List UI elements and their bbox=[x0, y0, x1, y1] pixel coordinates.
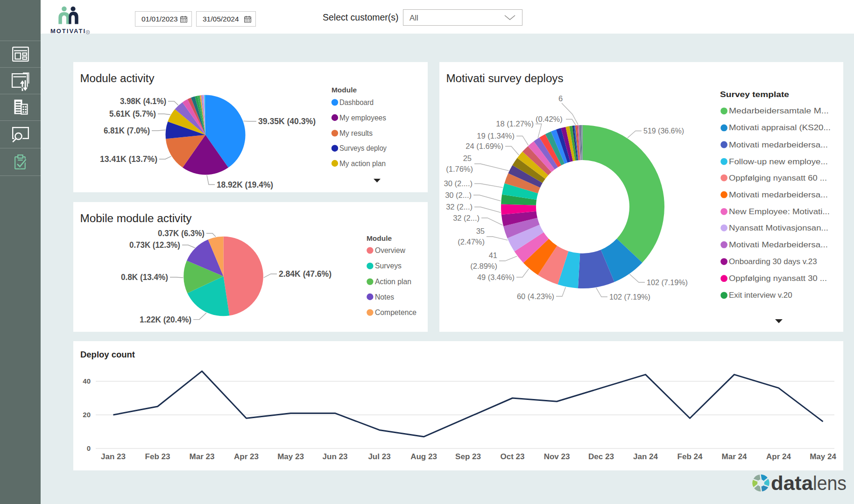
svg-text:5.61K (5.7%): 5.61K (5.7%) bbox=[109, 109, 156, 119]
svg-text:18.92K (19.4%): 18.92K (19.4%) bbox=[217, 180, 273, 189]
svg-text:Jan 23: Jan 23 bbox=[101, 452, 126, 461]
svg-text:R: R bbox=[87, 31, 89, 34]
svg-text:Dec 23: Dec 23 bbox=[588, 452, 614, 461]
svg-text:Mobile module activity: Mobile module activity bbox=[80, 212, 192, 224]
svg-text:datalens: datalens bbox=[771, 473, 847, 494]
svg-text:MOTIVATI: MOTIVATI bbox=[50, 28, 86, 35]
svg-text:(1.76%): (1.76%) bbox=[446, 165, 473, 173]
svg-text:41: 41 bbox=[489, 251, 497, 259]
svg-text:25: 25 bbox=[463, 154, 472, 162]
svg-text:Aug 23: Aug 23 bbox=[410, 452, 437, 461]
svg-text:Surveys: Surveys bbox=[375, 261, 402, 270]
svg-text:Motivati Medarbeidersa...: Motivati Medarbeidersa... bbox=[729, 240, 828, 249]
svg-text:Mar 24: Mar 24 bbox=[722, 452, 747, 461]
svg-text:Oppfølging nyansatt 60 ...: Oppfølging nyansatt 60 ... bbox=[729, 174, 827, 182]
svg-text:Feb 24: Feb 24 bbox=[678, 452, 703, 461]
svg-text:Module activity: Module activity bbox=[80, 72, 155, 84]
svg-text:40: 40 bbox=[83, 377, 91, 385]
svg-text:Exit interview v.20: Exit interview v.20 bbox=[729, 291, 792, 300]
svg-text:May 24: May 24 bbox=[810, 452, 836, 461]
svg-text:Nyansatt Motivasjonsan...: Nyansatt Motivasjonsan... bbox=[729, 224, 828, 232]
svg-text:102 (7.19%): 102 (7.19%) bbox=[647, 278, 688, 287]
svg-text:Feb 23: Feb 23 bbox=[145, 452, 170, 461]
svg-text:32 (2...): 32 (2...) bbox=[446, 203, 473, 211]
svg-text:Apr 23: Apr 23 bbox=[234, 452, 259, 461]
svg-text:Nov 23: Nov 23 bbox=[544, 452, 570, 461]
svg-text:Follow-up new employe...: Follow-up new employe... bbox=[729, 157, 828, 166]
svg-text:Surveys deploy: Surveys deploy bbox=[339, 144, 387, 153]
svg-text:13.41K (13.7%): 13.41K (13.7%) bbox=[100, 154, 157, 164]
svg-text:6: 6 bbox=[558, 94, 563, 103]
svg-text:(2.47%): (2.47%) bbox=[458, 238, 485, 246]
svg-text:60 (4.23%): 60 (4.23%) bbox=[517, 292, 554, 301]
svg-text:Module: Module bbox=[367, 234, 392, 242]
svg-text:Motivati medarbeidersa...: Motivati medarbeidersa... bbox=[729, 190, 828, 199]
svg-text:24 (1.69%): 24 (1.69%) bbox=[466, 142, 503, 150]
svg-text:Jul 23: Jul 23 bbox=[368, 452, 390, 461]
svg-text:19 (1.34%): 19 (1.34%) bbox=[477, 132, 515, 140]
svg-text:Notes: Notes bbox=[375, 293, 394, 301]
svg-text:20: 20 bbox=[83, 411, 91, 419]
svg-text:1.22K (20.4%): 1.22K (20.4%) bbox=[140, 315, 191, 324]
svg-text:(0.42%): (0.42%) bbox=[536, 115, 563, 123]
svg-text:My action plan: My action plan bbox=[339, 159, 386, 168]
svg-text:Dashboard: Dashboard bbox=[339, 98, 374, 107]
svg-text:Competence: Competence bbox=[375, 308, 416, 317]
svg-text:Jun 23: Jun 23 bbox=[323, 452, 348, 461]
svg-text:30 (2...): 30 (2...) bbox=[445, 191, 472, 199]
svg-text:Overview: Overview bbox=[375, 246, 406, 255]
svg-text:0: 0 bbox=[87, 444, 91, 452]
svg-text:Onboarding 30 days v.23: Onboarding 30 days v.23 bbox=[729, 257, 817, 266]
svg-text:Medarbeidersamtale M...: Medarbeidersamtale M... bbox=[729, 106, 829, 115]
svg-text:39.35K (40.3%): 39.35K (40.3%) bbox=[258, 116, 316, 126]
svg-text:Jan 24: Jan 24 bbox=[633, 452, 658, 461]
svg-text:Module: Module bbox=[332, 86, 357, 94]
svg-text:102 (7.19%): 102 (7.19%) bbox=[609, 293, 650, 301]
svg-text:2.84K (47.6%): 2.84K (47.6%) bbox=[279, 269, 332, 279]
svg-text:My results: My results bbox=[339, 129, 373, 138]
svg-text:Action plan: Action plan bbox=[375, 277, 411, 286]
svg-text:New Employee: Motivati...: New Employee: Motivati... bbox=[729, 207, 830, 216]
svg-text:Motivati survey deploys: Motivati survey deploys bbox=[446, 72, 564, 84]
svg-text:6.81K (7.0%): 6.81K (7.0%) bbox=[104, 126, 150, 135]
svg-text:Survey template: Survey template bbox=[720, 90, 789, 99]
svg-text:Oct 23: Oct 23 bbox=[501, 452, 525, 461]
svg-text:Motivati appraisal (KS20...: Motivati appraisal (KS20... bbox=[729, 123, 831, 132]
svg-text:519 (36.6%): 519 (36.6%) bbox=[643, 126, 684, 135]
svg-text:Oppfølging nyansatt 30 ...: Oppfølging nyansatt 30 ... bbox=[729, 274, 827, 283]
svg-text:49 (3.46%): 49 (3.46%) bbox=[477, 273, 515, 281]
svg-text:May 23: May 23 bbox=[277, 452, 304, 461]
svg-text:30 (2....): 30 (2....) bbox=[444, 179, 473, 188]
svg-text:3.98K (4.1%): 3.98K (4.1%) bbox=[120, 96, 166, 106]
svg-text:Deploy count: Deploy count bbox=[80, 350, 135, 359]
svg-text:32 (2...): 32 (2...) bbox=[453, 214, 480, 222]
svg-text:0.37K (6.3%): 0.37K (6.3%) bbox=[158, 228, 205, 238]
svg-text:Motivati medarbeidersa...: Motivati medarbeidersa... bbox=[729, 140, 828, 149]
svg-text:Apr 24: Apr 24 bbox=[766, 452, 791, 461]
svg-text:Sep 23: Sep 23 bbox=[455, 452, 481, 461]
svg-text:18 (1.27%): 18 (1.27%) bbox=[496, 119, 534, 128]
svg-text:My employees: My employees bbox=[339, 113, 386, 122]
svg-text:0.8K (13.4%): 0.8K (13.4%) bbox=[121, 272, 168, 282]
svg-text:(2.89%): (2.89%) bbox=[470, 262, 497, 270]
svg-text:Mar 23: Mar 23 bbox=[190, 452, 215, 461]
svg-text:35: 35 bbox=[476, 227, 485, 235]
svg-text:0.73K (12.3%): 0.73K (12.3%) bbox=[129, 240, 180, 250]
